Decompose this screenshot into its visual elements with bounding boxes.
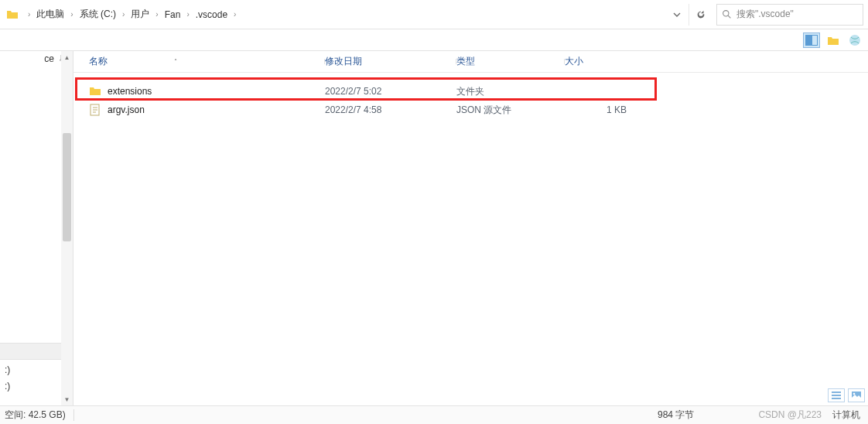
- thumbnails-view-button[interactable]: [848, 388, 865, 402]
- status-watermark: CSDN @凡223 计算机: [758, 409, 860, 422]
- scroll-track[interactable]: [61, 63, 73, 393]
- file-row[interactable]: argv.json 2022/2/7 4:58 JSON 源文件 1 KB: [73, 101, 868, 119]
- file-name: extensions: [108, 86, 152, 97]
- file-type: 文件夹: [456, 85, 565, 98]
- file-date: 2022/2/7 4:58: [325, 104, 456, 115]
- sort-indicator-icon: ˄: [174, 58, 177, 65]
- watermark-text: CSDN @凡223: [758, 409, 822, 422]
- nav-drive-item[interactable]: :): [0, 379, 15, 393]
- svg-point-0: [723, 11, 729, 16]
- scroll-down-icon[interactable]: ▼: [61, 393, 73, 405]
- view-preview-pane-button[interactable]: [803, 32, 820, 48]
- nav-item-label: ce: [44, 53, 54, 64]
- svg-point-3: [849, 35, 860, 46]
- search-icon: [722, 9, 732, 19]
- search-input[interactable]: 搜索".vscode": [716, 4, 863, 26]
- status-separator: [73, 409, 74, 421]
- status-disk-space: 空间: 42.5 GB): [0, 409, 66, 422]
- column-type[interactable]: 类型: [456, 55, 565, 68]
- svg-point-6: [853, 393, 856, 395]
- chevron-right-icon[interactable]: ›: [155, 10, 158, 19]
- file-name-cell: argv.json: [89, 104, 325, 116]
- navigation-pane[interactable]: ce :) :) ▲ ▼: [0, 51, 73, 405]
- breadcrumb-item[interactable]: 系统 (C:): [78, 6, 118, 22]
- status-bar: 空间: 42.5 GB) 984 字节 CSDN @凡223 计算机: [0, 405, 868, 424]
- file-type: JSON 源文件: [456, 104, 565, 117]
- column-type-label: 类型: [456, 56, 475, 67]
- main-area: ce :) :) ▲ ▼ 名称˄ 修改日期 类型 大小 extensions: [0, 51, 868, 405]
- address-bar: › 此电脑 › 系统 (C:) › 用户 › Fan › .vscode › 搜…: [0, 0, 868, 29]
- history-dropdown-button[interactable]: [665, 4, 689, 26]
- file-name-cell: extensions: [89, 85, 325, 97]
- breadcrumb-item[interactable]: Fan: [163, 8, 183, 22]
- chevron-right-icon[interactable]: ›: [186, 10, 189, 19]
- view-mode-controls: [828, 388, 865, 402]
- folder-icon: [89, 85, 101, 97]
- scroll-up-icon[interactable]: ▲: [61, 51, 73, 63]
- chevron-right-icon[interactable]: ›: [234, 10, 236, 19]
- file-row[interactable]: extensions 2022/2/7 5:02 文件夹: [73, 82, 868, 101]
- column-name-label: 名称: [89, 55, 108, 68]
- breadcrumb-item[interactable]: 此电脑: [35, 6, 66, 22]
- breadcrumb[interactable]: › 此电脑 › 系统 (C:) › 用户 › Fan › .vscode ›: [0, 0, 665, 29]
- column-date-label: 修改日期: [325, 56, 362, 67]
- nav-scrollbar[interactable]: ▲ ▼: [61, 51, 73, 405]
- column-size-label: 大小: [565, 56, 583, 67]
- column-date[interactable]: 修改日期: [325, 55, 456, 68]
- breadcrumb-item[interactable]: .vscode: [194, 8, 229, 22]
- file-rows: extensions 2022/2/7 5:02 文件夹 argv.json 2…: [73, 73, 868, 119]
- view-details-pane-button[interactable]: [825, 32, 842, 48]
- chevron-right-icon[interactable]: ›: [122, 10, 125, 19]
- file-name: argv.json: [108, 104, 145, 115]
- file-list[interactable]: 名称˄ 修改日期 类型 大小 extensions 2022/2/7 5:02 …: [73, 51, 868, 405]
- refresh-button[interactable]: [689, 4, 712, 26]
- view-help-button[interactable]: [846, 32, 863, 48]
- column-size[interactable]: 大小: [565, 55, 642, 68]
- file-date: 2022/2/7 5:02: [325, 86, 456, 97]
- status-computer-label: 计算机: [832, 409, 860, 422]
- folder-icon: [6, 9, 19, 21]
- json-file-icon: [89, 104, 101, 116]
- column-headers: 名称˄ 修改日期 类型 大小: [73, 51, 868, 73]
- address-controls: 搜索".vscode": [665, 0, 868, 29]
- file-size: 1 KB: [565, 104, 642, 115]
- status-selection-size: 984 字节: [658, 409, 694, 422]
- scroll-thumb[interactable]: [63, 133, 71, 241]
- column-name[interactable]: 名称˄: [89, 55, 325, 68]
- svg-rect-2: [812, 36, 817, 45]
- search-placeholder: 搜索".vscode": [736, 8, 794, 21]
- chevron-right-icon[interactable]: ›: [28, 10, 30, 19]
- chevron-right-icon[interactable]: ›: [70, 10, 73, 19]
- nav-drive-item[interactable]: :): [0, 363, 15, 377]
- breadcrumb-item[interactable]: 用户: [129, 6, 151, 22]
- view-bar: [0, 29, 868, 51]
- details-view-button[interactable]: [828, 388, 845, 402]
